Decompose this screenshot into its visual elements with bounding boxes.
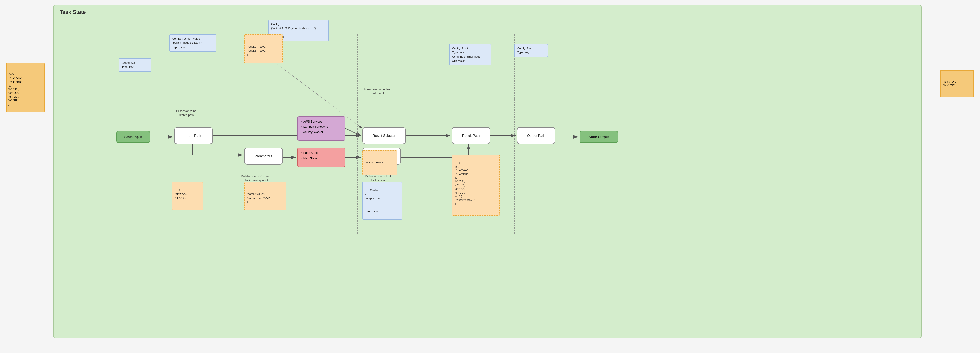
config-result: Config: { "output":"resV1" } Type: json xyxy=(363,182,402,220)
config-input-path: Config: $.a Type: key xyxy=(119,58,151,72)
task-state-title: Task State xyxy=(60,9,86,15)
annotation-define-output: Define a new output for the task xyxy=(355,174,401,182)
state-output-button[interactable]: State Output xyxy=(579,131,618,143)
data-task-output: { "result1":"resV1", "result2":"resV2" } xyxy=(244,34,283,63)
left-state-input-data: { "a":{ "aIn":"AA", "bIn":"BB" }, "b":"B… xyxy=(6,63,45,112)
state-input-button[interactable]: State Input xyxy=(116,131,150,143)
annotation-passes-filtered: Passes only the filtered path xyxy=(165,109,208,117)
result-path-box: Result Path xyxy=(452,127,490,144)
data-parameters-mapped: { "some":"value", "param_input":"AA" } xyxy=(244,182,286,210)
svg-line-5 xyxy=(345,128,361,136)
purple-aws-box: • AWS Services • Lambda Functions • Acti… xyxy=(297,117,345,141)
config-result-path: Config: $.out Type: key Combine original… xyxy=(449,44,492,65)
annotation-form-output: Form new output from task result xyxy=(355,88,401,96)
pink-pass-map-box: • Pass State • Map State xyxy=(297,148,345,167)
diagram-container: { "a":{ "aIn":"AA", "bIn":"BB" }, "b":"B… xyxy=(0,0,980,353)
task-state-container: Task State xyxy=(53,5,922,338)
annotation-build-json: Build a new JSON from the incoming input xyxy=(232,174,280,182)
data-result-output: { "output":"resV1" } xyxy=(363,150,397,175)
config-output-path: Config: $.a Type: key xyxy=(514,44,548,57)
right-state-output-data: { "aIn":"AA", "bIn":"BB" } xyxy=(940,70,974,97)
result-selector-box: Result Selector xyxy=(363,127,406,144)
config-parameters: Config: {"some":"value", "param_input.$"… xyxy=(169,34,216,52)
data-result-path: { "a":{ "aIn":"AA", "bIn":"BB" }, "b":"B… xyxy=(452,155,500,216)
parameters-box: Parameters xyxy=(244,148,283,165)
data-filtered-input: { "aIn":"AA", "bIn":"BB" } xyxy=(172,182,203,210)
input-path-box: Input Path xyxy=(174,127,213,144)
output-path-box: Output Path xyxy=(517,127,555,144)
